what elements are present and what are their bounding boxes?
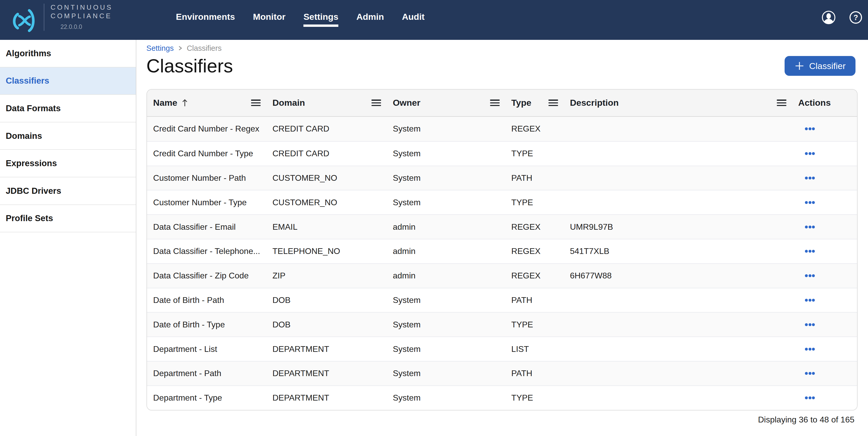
- nav-item-audit[interactable]: Audit: [402, 11, 425, 23]
- column-label: Actions: [798, 98, 831, 108]
- column-header-domain[interactable]: Domain: [266, 90, 386, 116]
- table-body: Credit Card Number - RegexCREDIT CARDSys…: [147, 117, 857, 410]
- cell-type: REGEX: [505, 271, 564, 280]
- page-title: Classifiers: [147, 56, 233, 76]
- sidebar-item-profile-sets[interactable]: Profile Sets: [0, 205, 136, 233]
- table-row: Date of Birth - PathDOBSystemPATH: [147, 288, 857, 312]
- column-header-name[interactable]: Name: [147, 90, 267, 116]
- row-actions-button[interactable]: [805, 176, 815, 179]
- cell-owner: System: [386, 173, 505, 183]
- cell-domain: DEPARTMENT: [266, 369, 386, 378]
- breadcrumb: Settings Classifiers: [147, 44, 858, 52]
- nav-item-monitor[interactable]: Monitor: [253, 11, 286, 23]
- cell-owner: System: [386, 295, 505, 305]
- sidebar-item-data-formats[interactable]: Data Formats: [0, 95, 136, 123]
- cell-owner: admin: [386, 246, 505, 256]
- row-actions-button[interactable]: [805, 348, 815, 350]
- cell-domain: ZIP: [266, 271, 386, 280]
- table-row: Data Classifier - Telephone...TELEPHONE_…: [147, 239, 857, 263]
- nav-item-settings[interactable]: Settings: [303, 11, 338, 23]
- sidebar-item-classifiers[interactable]: Classifiers: [0, 67, 136, 95]
- row-actions-button[interactable]: [805, 372, 815, 375]
- row-actions-button[interactable]: [805, 201, 815, 204]
- row-actions-button[interactable]: [805, 152, 815, 155]
- classifiers-table: NameDomainOwnerTypeDescriptionActions Cr…: [147, 89, 858, 410]
- column-label: Name: [153, 98, 178, 108]
- sidebar-item-algorithms[interactable]: Algorithms: [0, 40, 136, 67]
- cell-domain: EMAIL: [266, 222, 386, 232]
- cell-actions: [792, 396, 857, 399]
- cell-type: TYPE: [505, 393, 564, 403]
- cell-type: PATH: [505, 369, 564, 378]
- cell-name: Data Classifier - Zip Code: [147, 271, 267, 280]
- brand-line1: CONTINUOUS: [51, 3, 113, 12]
- column-menu-icon[interactable]: [371, 100, 381, 106]
- cell-actions: [792, 323, 857, 326]
- sort-ascending-icon: [181, 98, 188, 107]
- column-header-owner[interactable]: Owner: [386, 90, 505, 116]
- nav-item-admin[interactable]: Admin: [356, 11, 384, 23]
- table-row: Data Classifier - EmailEMAILadminREGEXUM…: [147, 214, 857, 239]
- breadcrumb-current: Classifiers: [187, 44, 222, 53]
- cell-actions: [792, 226, 857, 228]
- cell-domain: DOB: [266, 295, 386, 305]
- row-actions-button[interactable]: [805, 127, 815, 130]
- column-menu-icon[interactable]: [490, 100, 500, 106]
- column-header-description[interactable]: Description: [563, 90, 792, 116]
- table-row: Department - TypeDEPARTMENTSystemTYPE: [147, 385, 857, 410]
- column-header-type[interactable]: Type: [505, 90, 564, 116]
- row-actions-button[interactable]: [805, 274, 815, 277]
- user-icon: [822, 10, 836, 25]
- cell-type: PATH: [505, 295, 564, 305]
- brand-divider: [44, 4, 44, 31]
- row-actions-button[interactable]: [805, 250, 815, 253]
- cell-name: Date of Birth - Path: [147, 295, 267, 305]
- row-actions-button[interactable]: [805, 323, 815, 326]
- cell-description: 541T7XLB: [563, 246, 792, 256]
- cell-type: TYPE: [505, 149, 564, 158]
- cell-description: 6H677W88: [563, 271, 792, 280]
- sidebar-item-domains[interactable]: Domains: [0, 123, 136, 150]
- table-row: Date of Birth - TypeDOBSystemTYPE: [147, 312, 857, 336]
- cell-type: TYPE: [505, 320, 564, 330]
- cell-domain: DEPARTMENT: [266, 393, 386, 403]
- column-label: Owner: [393, 98, 421, 108]
- main-nav: EnvironmentsMonitorSettingsAdminAudit: [176, 11, 425, 23]
- help-button[interactable]: ?: [849, 11, 862, 24]
- cell-owner: admin: [386, 222, 505, 232]
- cell-actions: [792, 372, 857, 375]
- nav-item-environments[interactable]: Environments: [176, 11, 235, 23]
- user-menu-button[interactable]: [822, 10, 836, 25]
- cell-name: Date of Birth - Type: [147, 320, 267, 330]
- row-actions-button[interactable]: [805, 226, 815, 228]
- table-row: Department - ListDEPARTMENTSystemLIST: [147, 336, 857, 361]
- row-actions-button[interactable]: [805, 396, 815, 399]
- brand-name: CONTINUOUS COMPLIANCE 22.0.0.0: [51, 3, 113, 31]
- cell-actions: [792, 152, 857, 155]
- svg-text:?: ?: [854, 13, 858, 21]
- breadcrumb-separator-icon: [177, 45, 183, 52]
- column-menu-icon[interactable]: [777, 100, 786, 106]
- sidebar-item-jdbc-drivers[interactable]: JDBC Drivers: [0, 177, 136, 205]
- cell-type: REGEX: [505, 246, 564, 256]
- cell-owner: System: [386, 149, 505, 158]
- table-row: Data Classifier - Zip CodeZIPadminREGEX6…: [147, 263, 857, 288]
- cell-owner: System: [386, 369, 505, 378]
- breadcrumb-link-settings[interactable]: Settings: [147, 44, 174, 53]
- row-actions-button[interactable]: [805, 299, 815, 302]
- add-classifier-button[interactable]: Classifier: [784, 56, 856, 76]
- column-header-actions: Actions: [792, 90, 857, 116]
- column-menu-icon[interactable]: [549, 100, 558, 106]
- cell-owner: System: [386, 320, 505, 330]
- pagination-status: Displaying 36 to 48 of 165: [147, 415, 858, 425]
- column-menu-icon[interactable]: [251, 100, 261, 106]
- table-row: Customer Number - PathCUSTOMER_NOSystemP…: [147, 166, 857, 190]
- column-label: Description: [570, 98, 619, 108]
- cell-actions: [792, 201, 857, 204]
- cell-actions: [792, 127, 857, 130]
- cell-actions: [792, 250, 857, 253]
- sidebar-item-expressions[interactable]: Expressions: [0, 150, 136, 177]
- brand: CONTINUOUS COMPLIANCE 22.0.0.0: [10, 8, 113, 32]
- cell-description: UMR9L97B: [563, 222, 792, 232]
- cell-owner: System: [386, 124, 505, 134]
